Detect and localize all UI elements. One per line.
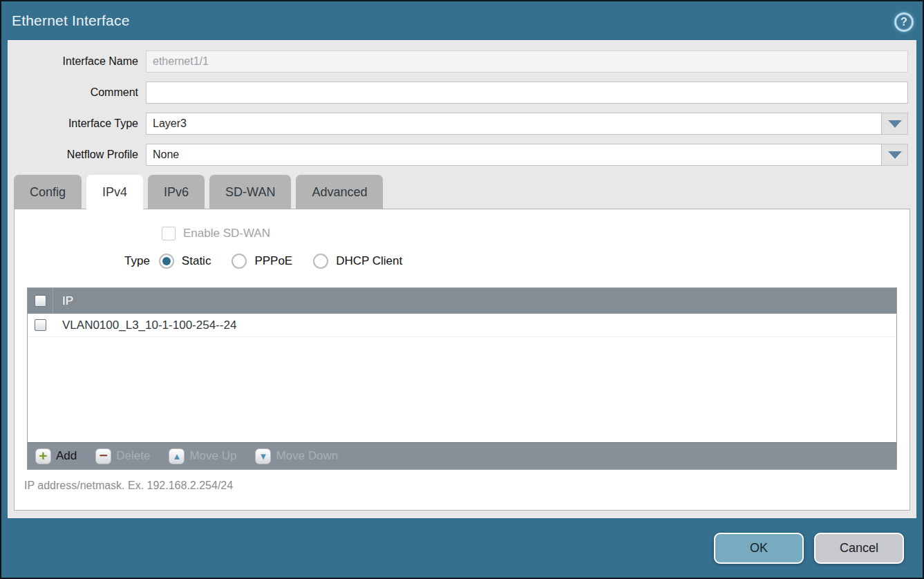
radio-dot <box>162 257 171 265</box>
radio-static[interactable] <box>159 254 174 269</box>
add-button[interactable]: + Add <box>35 448 77 464</box>
table-toolbar: + Add − Delete ▲ Move Up ▼ Move Down <box>28 442 896 469</box>
ip-format-hint: IP address/netmask. Ex. 192.168.2.254/24 <box>24 480 909 492</box>
chevron-down-icon <box>888 120 902 128</box>
select-all-checkbox[interactable] <box>35 295 46 307</box>
move-down-icon: ▼ <box>255 448 271 464</box>
enable-sdwan-label: Enable SD-WAN <box>183 227 270 240</box>
cancel-button[interactable]: Cancel <box>814 533 904 564</box>
table-empty-area <box>28 337 896 442</box>
radio-pppoe[interactable] <box>232 254 247 269</box>
interface-form: Interface Name ethernet1/1 Comment Inter… <box>8 40 916 166</box>
move-up-button-label: Move Up <box>189 449 236 463</box>
interface-type-value[interactable]: Layer3 <box>146 113 882 135</box>
interface-name-row: Interface Name ethernet1/1 <box>8 50 908 73</box>
table-row[interactable]: VLAN0100_L3_10-1-100-254--24 <box>28 314 896 337</box>
dialog-titlebar: Ethernet Interface <box>1 1 923 40</box>
ip-table-header: IP <box>28 288 896 314</box>
add-icon: + <box>35 448 51 464</box>
type-radio-group: Type Static PPPoE DHCP Client <box>124 254 909 269</box>
interface-type-label: Interface Type <box>8 117 146 130</box>
move-down-button-label: Move Down <box>276 449 338 463</box>
tab-sdwan[interactable]: SD-WAN <box>209 175 291 209</box>
delete-button[interactable]: − Delete <box>95 448 150 464</box>
dialog-footer: OK Cancel <box>1 518 923 578</box>
comment-label: Comment <box>8 86 146 99</box>
tab-config[interactable]: Config <box>14 175 82 209</box>
ip-table: IP VLAN0100_L3_10-1-100-254--24 + Add − <box>27 287 897 470</box>
comment-row: Comment <box>8 82 908 104</box>
ip-row-value[interactable]: VLAN0100_L3_10-1-100-254--24 <box>53 319 236 332</box>
netflow-profile-dropdown-button[interactable] <box>882 144 908 166</box>
netflow-profile-label: Netflow Profile <box>8 149 146 161</box>
radio-dhcp-client-label[interactable]: DHCP Client <box>336 254 402 268</box>
help-icon[interactable]: ? <box>894 12 914 32</box>
add-button-label: Add <box>56 449 77 463</box>
ethernet-interface-dialog: Ethernet Interface ? Interface Name ethe… <box>0 0 924 579</box>
enable-sdwan-checkbox[interactable] <box>162 227 176 240</box>
enable-sdwan-row: Enable SD-WAN <box>162 227 909 240</box>
move-up-icon: ▲ <box>169 448 185 464</box>
row-checkbox-cell <box>28 319 53 331</box>
delete-icon: − <box>95 448 111 464</box>
interface-name-field: ethernet1/1 <box>146 50 908 73</box>
netflow-profile-value[interactable]: None <box>146 144 882 166</box>
chevron-down-icon <box>888 151 902 159</box>
interface-type-dropdown[interactable]: Layer3 <box>146 113 908 135</box>
row-checkbox[interactable] <box>35 319 46 331</box>
tab-strip: Config IPv4 IPv6 SD-WAN Advanced <box>14 175 916 209</box>
ok-button[interactable]: OK <box>714 533 804 564</box>
dialog-body: Interface Name ethernet1/1 Comment Inter… <box>8 40 916 518</box>
header-checkbox-cell <box>28 288 53 314</box>
move-down-button[interactable]: ▼ Move Down <box>255 448 338 464</box>
dialog-title: Ethernet Interface <box>12 12 130 29</box>
comment-input[interactable] <box>146 82 908 104</box>
interface-type-dropdown-button[interactable] <box>882 113 908 135</box>
interface-name-label: Interface Name <box>8 55 146 68</box>
radio-pppoe-label[interactable]: PPPoE <box>254 254 292 268</box>
ip-column-header: IP <box>53 288 73 314</box>
interface-type-row: Interface Type Layer3 <box>8 113 908 135</box>
tab-ipv4[interactable]: IPv4 <box>86 175 143 209</box>
netflow-profile-row: Netflow Profile None <box>8 144 908 166</box>
netflow-profile-dropdown[interactable]: None <box>146 144 908 166</box>
tab-ipv6[interactable]: IPv6 <box>148 175 205 209</box>
delete-button-label: Delete <box>116 449 150 463</box>
type-label: Type <box>124 254 150 268</box>
ipv4-tab-panel: Enable SD-WAN Type Static PPPoE DHCP Cli… <box>14 209 910 511</box>
move-up-button[interactable]: ▲ Move Up <box>169 448 236 464</box>
tab-advanced[interactable]: Advanced <box>296 175 383 209</box>
radio-static-label[interactable]: Static <box>182 254 211 268</box>
radio-dhcp-client[interactable] <box>313 254 328 269</box>
